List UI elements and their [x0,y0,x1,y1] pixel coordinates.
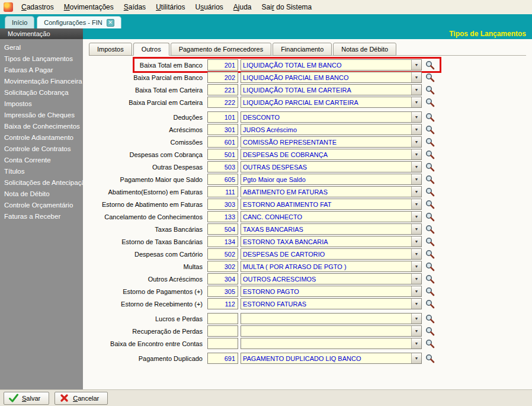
type-dropdown[interactable]: ▼ [241,313,422,324]
type-dropdown[interactable]: CANC. CONHECTO ▼ [241,211,422,222]
menu-item-utilitarios[interactable]: Utilitários [151,1,190,13]
search-icon[interactable] [425,187,435,197]
type-dropdown[interactable]: ESTORNO TAXA BANCARIA ▼ [241,236,422,247]
search-icon[interactable] [425,261,435,271]
search-icon[interactable] [425,314,435,324]
chevron-down-icon[interactable]: ▼ [411,187,421,197]
chevron-down-icon[interactable]: ▼ [411,199,421,209]
salvar-button[interactable]: Salvar [4,392,49,405]
chevron-down-icon[interactable]: ▼ [411,249,421,259]
type-dropdown[interactable]: ESTORNO PAGTO ▼ [241,286,422,297]
menu-item-saidas[interactable]: Saídas [119,1,150,13]
chevron-down-icon[interactable]: ▼ [411,326,421,336]
search-icon[interactable] [425,174,435,184]
window-tab-inicio[interactable]: Início [5,16,34,28]
search-icon[interactable] [425,137,435,147]
chevron-down-icon[interactable]: ▼ [411,137,421,147]
chevron-down-icon[interactable]: ▼ [411,353,421,363]
search-icon[interactable] [425,338,435,349]
sidebar-item-controle-orcamentario[interactable]: Controle Orçamentário [0,200,83,211]
code-input[interactable] [207,313,238,324]
chevron-down-icon[interactable]: ▼ [411,60,421,70]
type-dropdown[interactable]: LIQUIDAÇÃO TOTAL EM BANCO ▼ [241,59,422,71]
code-input[interactable] [207,136,238,148]
sidebar-item-solicitacao-cobranca[interactable]: Solicitação Cobrança [0,87,83,98]
type-dropdown[interactable]: ABATIMENTO EM FATURAS ▼ [241,186,422,197]
code-input[interactable] [207,174,238,185]
sidebar-item-conta-corrente[interactable]: Conta Corrente [0,155,83,166]
chevron-down-icon[interactable]: ▼ [411,124,421,135]
code-input[interactable] [207,286,238,297]
search-icon[interactable] [425,274,435,284]
sidebar-item-tipos-de-lancamentos[interactable]: Tipos de Lançamentos [0,53,83,65]
type-dropdown[interactable]: JUROS Acréscimo ▼ [241,124,422,135]
search-icon[interactable] [425,299,435,309]
search-icon[interactable] [425,249,435,259]
chevron-down-icon[interactable]: ▼ [411,149,421,159]
code-input[interactable] [207,124,238,135]
chevron-down-icon[interactable]: ▼ [411,236,421,247]
sidebar-item-faturas-a-pagar[interactable]: Faturas A Pagar [0,65,83,76]
sidebar-item-impressao-de-cheques[interactable]: Impressão de Cheques [0,110,83,121]
type-dropdown[interactable]: ESTORNO FATURAS ▼ [241,298,422,309]
search-icon[interactable] [425,199,435,209]
chevron-down-icon[interactable]: ▼ [411,112,421,122]
menu-item-usuarios[interactable]: Usuários [190,1,227,13]
type-dropdown[interactable]: Pgto Maior que Saldo ▼ [241,174,422,185]
tab-notas-de-debito[interactable]: Notas de Débito [333,43,396,56]
code-input[interactable] [207,223,238,235]
code-input[interactable] [207,161,238,172]
code-input[interactable] [207,248,238,260]
search-icon[interactable] [425,72,435,82]
type-dropdown[interactable]: TAXAS BANCARIAS ▼ [241,223,422,235]
sidebar-item-impostos[interactable]: Impostos [0,98,83,110]
search-icon[interactable] [425,286,435,296]
chevron-down-icon[interactable]: ▼ [411,314,421,324]
chevron-down-icon[interactable]: ▼ [411,274,421,284]
tab-impostos[interactable]: Impostos [89,43,132,56]
code-input[interactable] [207,273,238,284]
chevron-down-icon[interactable]: ▼ [411,299,421,309]
sidebar-item-controle-adiantamento[interactable]: Controle Adiantamento [0,132,83,143]
type-dropdown[interactable]: LIQUIDAÇÃO TOTAL EM CARTEIRA ▼ [241,84,422,95]
type-dropdown[interactable]: DESPESAS DE COBRANÇA ▼ [241,149,422,160]
window-tab-configuracoes-fin[interactable]: Configurações - FIN ✕ [37,16,121,28]
code-input[interactable] [207,261,238,272]
code-input[interactable] [207,84,238,95]
menu-item-cadastros[interactable]: Cadastros [17,1,59,13]
type-dropdown[interactable]: DESCONTO ▼ [241,111,422,123]
search-icon[interactable] [425,97,435,107]
sidebar-item-controle-de-contratos[interactable]: Controle de Contratos [0,143,83,155]
code-input[interactable] [207,186,238,197]
chevron-down-icon[interactable]: ▼ [411,338,421,349]
sidebar-item-movimentacao-financeira[interactable]: Movimentação Financeira [0,76,83,87]
search-icon[interactable] [425,60,435,70]
chevron-down-icon[interactable]: ▼ [411,85,421,95]
type-dropdown[interactable]: PAGAMENTO DUPLICADO LIQ BANCO ▼ [241,353,422,364]
search-icon[interactable] [425,112,435,122]
type-dropdown[interactable]: MULTA ( POR ATRASO DE PGTO ) ▼ [241,261,422,272]
menu-item-sair-do-sistema[interactable]: Sair do Sistema [257,1,317,13]
chevron-down-icon[interactable]: ▼ [411,162,421,172]
sidebar-item-faturas-a-receber[interactable]: Faturas a Receber [0,211,83,222]
sidebar-item-baixa-de-conhecimentos[interactable]: Baixa de Conhecimentos [0,121,83,132]
code-input[interactable] [207,59,238,71]
type-dropdown[interactable]: ▼ [241,338,422,349]
code-input[interactable] [207,298,238,309]
chevron-down-icon[interactable]: ▼ [411,174,421,184]
menu-item-ajuda[interactable]: Ajuda [229,1,257,13]
type-dropdown[interactable]: ▼ [241,325,422,337]
chevron-down-icon[interactable]: ▼ [411,261,421,271]
chevron-down-icon[interactable]: ▼ [411,72,421,82]
code-input[interactable] [207,97,238,108]
search-icon[interactable] [425,149,435,159]
type-dropdown[interactable]: LIQUIDAÇÃO PARCIAL EM CARTEIRA ▼ [241,97,422,108]
tab-outros[interactable]: Outros [133,43,169,56]
code-input[interactable] [207,211,238,222]
sidebar-item-geral[interactable]: Geral [0,42,83,53]
type-dropdown[interactable]: DESPESAS DE CARTORIO ▼ [241,248,422,260]
search-icon[interactable] [425,162,435,172]
chevron-down-icon[interactable]: ▼ [411,286,421,296]
type-dropdown[interactable]: OUTRAS DESPESAS ▼ [241,161,422,172]
sidebar-item-nota-de-debito[interactable]: Nota de Débito [0,188,83,200]
